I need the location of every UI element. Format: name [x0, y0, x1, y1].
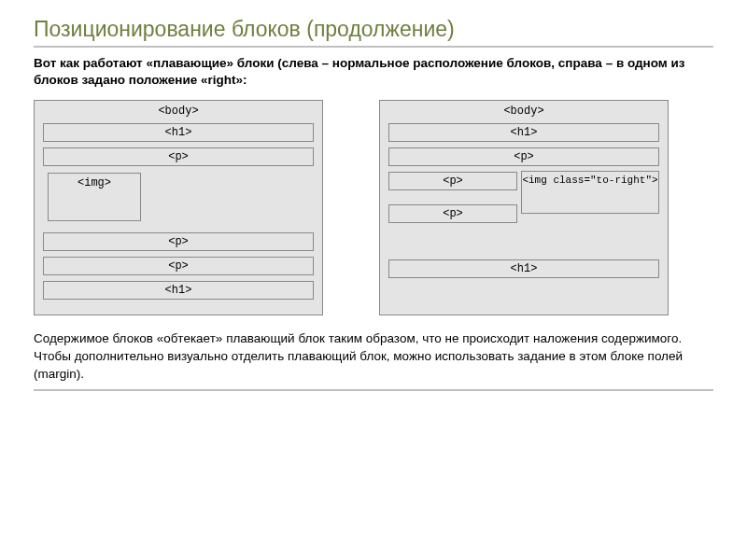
divider-top [34, 46, 713, 48]
img-float-tag: <img class="to-right"> [521, 171, 659, 214]
diagram-normal: <body> <h1> <p> <img> <p> <p> <h1> [34, 100, 323, 315]
img-tag: <img> [48, 173, 141, 221]
h1-tag: <h1> [388, 123, 659, 142]
diagram-row: <body> <h1> <p> <img> <p> <p> <h1> <body… [34, 100, 713, 315]
body-tag: <body> [386, 105, 662, 118]
p-tag: <p> [43, 257, 314, 275]
outro-text: Содержимое блоков «обтекает» плавающий б… [34, 330, 713, 384]
p-tag: <p> [388, 172, 517, 190]
body-tag: <body> [40, 105, 317, 118]
p-tag: <p> [43, 147, 314, 166]
intro-text: Вот как работают «плавающие» блоки (слев… [34, 55, 713, 89]
h1-tag: <h1> [43, 123, 314, 142]
diagram-float: <body> <h1> <p> <img class="to-right"> <… [379, 100, 669, 315]
h1-tag: <h1> [388, 259, 659, 278]
p-tag: <p> [388, 204, 517, 223]
p-tag: <p> [43, 232, 314, 251]
p-tag: <p> [388, 147, 659, 166]
slide-title: Позиционирование блоков (продолжение) [34, 17, 713, 42]
divider-bottom [34, 389, 713, 391]
h1-tag: <h1> [43, 281, 314, 300]
